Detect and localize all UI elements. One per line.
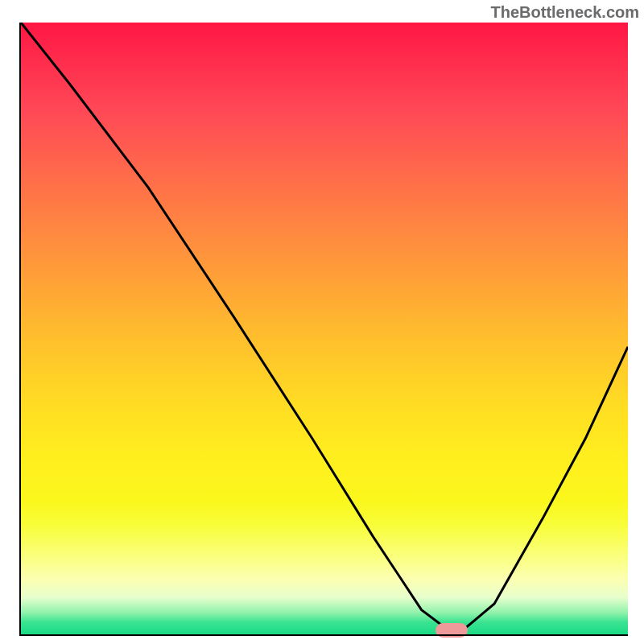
chart-area bbox=[21, 23, 628, 634]
y-axis bbox=[19, 23, 21, 636]
curve-path bbox=[21, 23, 628, 634]
bottleneck-curve bbox=[21, 23, 628, 634]
x-axis bbox=[21, 634, 628, 636]
attribution-label: TheBottleneck.com bbox=[491, 3, 639, 22]
